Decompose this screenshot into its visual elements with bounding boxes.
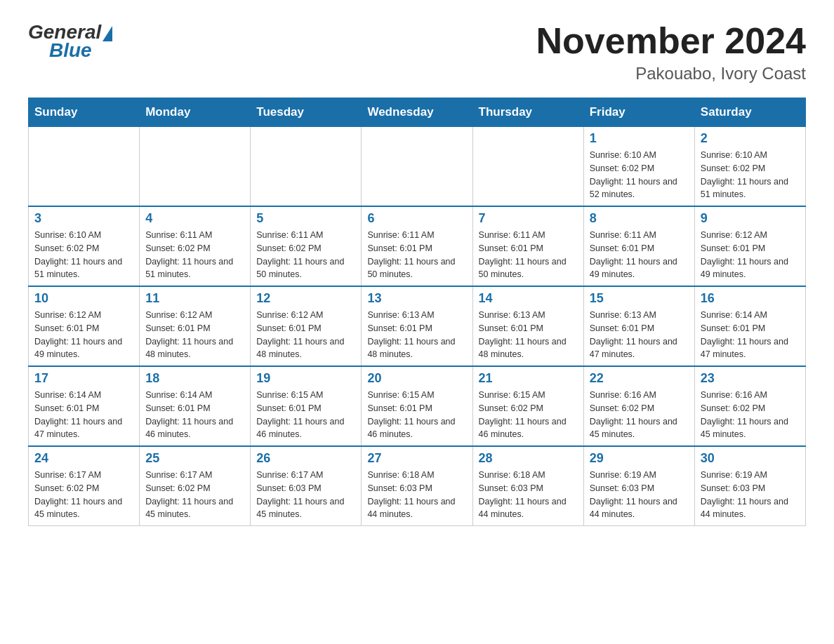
page-header: General Blue November 2024 Pakouabo, Ivo… — [28, 21, 806, 83]
day-number: 30 — [701, 451, 800, 466]
day-info: Sunrise: 6:17 AMSunset: 6:02 PMDaylight:… — [145, 469, 244, 521]
day-info: Sunrise: 6:18 AMSunset: 6:03 PMDaylight:… — [367, 469, 466, 521]
day-number: 1 — [590, 131, 689, 146]
day-number: 4 — [145, 211, 244, 226]
day-number: 2 — [701, 131, 800, 146]
day-number: 18 — [145, 371, 244, 386]
header-monday: Monday — [140, 98, 251, 127]
day-info: Sunrise: 6:16 AMSunset: 6:02 PMDaylight:… — [701, 389, 800, 441]
day-number: 16 — [701, 291, 800, 306]
day-number: 23 — [701, 371, 800, 386]
day-info: Sunrise: 6:10 AMSunset: 6:02 PMDaylight:… — [34, 229, 133, 281]
calendar-table: Sunday Monday Tuesday Wednesday Thursday… — [28, 98, 806, 526]
table-row: 23Sunrise: 6:16 AMSunset: 6:02 PMDayligh… — [694, 366, 805, 446]
table-row — [472, 127, 583, 207]
logo-blue-text: Blue — [49, 39, 92, 62]
title-section: November 2024 Pakouabo, Ivory Coast — [536, 21, 806, 83]
table-row: 7Sunrise: 6:11 AMSunset: 6:01 PMDaylight… — [472, 206, 583, 286]
day-info: Sunrise: 6:12 AMSunset: 6:01 PMDaylight:… — [34, 309, 133, 361]
table-row: 1Sunrise: 6:10 AMSunset: 6:02 PMDaylight… — [583, 127, 694, 207]
day-number: 7 — [479, 211, 578, 226]
logo: General Blue — [28, 21, 112, 62]
header-sunday: Sunday — [29, 98, 140, 127]
day-info: Sunrise: 6:19 AMSunset: 6:03 PMDaylight:… — [701, 469, 800, 521]
table-row: 27Sunrise: 6:18 AMSunset: 6:03 PMDayligh… — [362, 446, 472, 526]
table-row: 2Sunrise: 6:10 AMSunset: 6:02 PMDaylight… — [694, 127, 805, 207]
calendar-week-1: 1Sunrise: 6:10 AMSunset: 6:02 PMDaylight… — [29, 127, 806, 207]
header-wednesday: Wednesday — [362, 98, 472, 127]
day-info: Sunrise: 6:14 AMSunset: 6:01 PMDaylight:… — [145, 389, 244, 441]
day-number: 20 — [367, 371, 466, 386]
day-number: 5 — [256, 211, 355, 226]
day-number: 17 — [34, 371, 133, 386]
table-row: 9Sunrise: 6:12 AMSunset: 6:01 PMDaylight… — [694, 206, 805, 286]
table-row: 12Sunrise: 6:12 AMSunset: 6:01 PMDayligh… — [251, 286, 362, 366]
day-info: Sunrise: 6:15 AMSunset: 6:01 PMDaylight:… — [367, 389, 466, 441]
table-row: 6Sunrise: 6:11 AMSunset: 6:01 PMDaylight… — [362, 206, 472, 286]
table-row: 4Sunrise: 6:11 AMSunset: 6:02 PMDaylight… — [140, 206, 251, 286]
day-number: 28 — [479, 451, 578, 466]
table-row — [140, 127, 251, 207]
day-info: Sunrise: 6:18 AMSunset: 6:03 PMDaylight:… — [479, 469, 578, 521]
day-number: 19 — [256, 371, 355, 386]
day-info: Sunrise: 6:13 AMSunset: 6:01 PMDaylight:… — [367, 309, 466, 361]
day-info: Sunrise: 6:19 AMSunset: 6:03 PMDaylight:… — [590, 469, 689, 521]
day-number: 10 — [34, 291, 133, 306]
header-thursday: Thursday — [472, 98, 583, 127]
table-row: 19Sunrise: 6:15 AMSunset: 6:01 PMDayligh… — [251, 366, 362, 446]
day-info: Sunrise: 6:17 AMSunset: 6:02 PMDaylight:… — [34, 469, 133, 521]
day-info: Sunrise: 6:14 AMSunset: 6:01 PMDaylight:… — [34, 389, 133, 441]
table-row: 13Sunrise: 6:13 AMSunset: 6:01 PMDayligh… — [362, 286, 472, 366]
table-row: 14Sunrise: 6:13 AMSunset: 6:01 PMDayligh… — [472, 286, 583, 366]
table-row: 11Sunrise: 6:12 AMSunset: 6:01 PMDayligh… — [140, 286, 251, 366]
table-row: 30Sunrise: 6:19 AMSunset: 6:03 PMDayligh… — [694, 446, 805, 526]
calendar-week-3: 10Sunrise: 6:12 AMSunset: 6:01 PMDayligh… — [29, 286, 806, 366]
calendar-week-4: 17Sunrise: 6:14 AMSunset: 6:01 PMDayligh… — [29, 366, 806, 446]
day-number: 26 — [256, 451, 355, 466]
day-info: Sunrise: 6:13 AMSunset: 6:01 PMDaylight:… — [590, 309, 689, 361]
day-info: Sunrise: 6:11 AMSunset: 6:02 PMDaylight:… — [256, 229, 355, 281]
table-row: 18Sunrise: 6:14 AMSunset: 6:01 PMDayligh… — [140, 366, 251, 446]
table-row: 25Sunrise: 6:17 AMSunset: 6:02 PMDayligh… — [140, 446, 251, 526]
day-info: Sunrise: 6:14 AMSunset: 6:01 PMDaylight:… — [701, 309, 800, 361]
day-info: Sunrise: 6:11 AMSunset: 6:01 PMDaylight:… — [479, 229, 578, 281]
day-number: 13 — [367, 291, 466, 306]
header-tuesday: Tuesday — [251, 98, 362, 127]
day-info: Sunrise: 6:15 AMSunset: 6:02 PMDaylight:… — [479, 389, 578, 441]
day-number: 14 — [479, 291, 578, 306]
day-number: 27 — [367, 451, 466, 466]
day-number: 12 — [256, 291, 355, 306]
day-number: 21 — [479, 371, 578, 386]
logo-triangle-icon — [102, 26, 112, 41]
header-friday: Friday — [583, 98, 694, 127]
day-info: Sunrise: 6:15 AMSunset: 6:01 PMDaylight:… — [256, 389, 355, 441]
weekday-header-row: Sunday Monday Tuesday Wednesday Thursday… — [29, 98, 806, 127]
day-info: Sunrise: 6:16 AMSunset: 6:02 PMDaylight:… — [590, 389, 689, 441]
day-number: 15 — [590, 291, 689, 306]
day-info: Sunrise: 6:11 AMSunset: 6:02 PMDaylight:… — [145, 229, 244, 281]
table-row: 21Sunrise: 6:15 AMSunset: 6:02 PMDayligh… — [472, 366, 583, 446]
day-info: Sunrise: 6:12 AMSunset: 6:01 PMDaylight:… — [145, 309, 244, 361]
location: Pakouabo, Ivory Coast — [536, 64, 806, 83]
header-saturday: Saturday — [694, 98, 805, 127]
table-row: 28Sunrise: 6:18 AMSunset: 6:03 PMDayligh… — [472, 446, 583, 526]
calendar-week-2: 3Sunrise: 6:10 AMSunset: 6:02 PMDaylight… — [29, 206, 806, 286]
month-title: November 2024 — [536, 21, 806, 61]
table-row: 16Sunrise: 6:14 AMSunset: 6:01 PMDayligh… — [694, 286, 805, 366]
day-info: Sunrise: 6:10 AMSunset: 6:02 PMDaylight:… — [590, 149, 689, 201]
table-row: 22Sunrise: 6:16 AMSunset: 6:02 PMDayligh… — [583, 366, 694, 446]
day-number: 11 — [145, 291, 244, 306]
table-row: 26Sunrise: 6:17 AMSunset: 6:03 PMDayligh… — [251, 446, 362, 526]
day-info: Sunrise: 6:10 AMSunset: 6:02 PMDaylight:… — [701, 149, 800, 201]
day-number: 25 — [145, 451, 244, 466]
day-number: 8 — [590, 211, 689, 226]
day-info: Sunrise: 6:13 AMSunset: 6:01 PMDaylight:… — [479, 309, 578, 361]
day-number: 6 — [367, 211, 466, 226]
day-info: Sunrise: 6:12 AMSunset: 6:01 PMDaylight:… — [256, 309, 355, 361]
table-row: 15Sunrise: 6:13 AMSunset: 6:01 PMDayligh… — [583, 286, 694, 366]
table-row: 3Sunrise: 6:10 AMSunset: 6:02 PMDaylight… — [29, 206, 140, 286]
table-row: 10Sunrise: 6:12 AMSunset: 6:01 PMDayligh… — [29, 286, 140, 366]
table-row: 20Sunrise: 6:15 AMSunset: 6:01 PMDayligh… — [362, 366, 472, 446]
table-row — [29, 127, 140, 207]
table-row — [251, 127, 362, 207]
